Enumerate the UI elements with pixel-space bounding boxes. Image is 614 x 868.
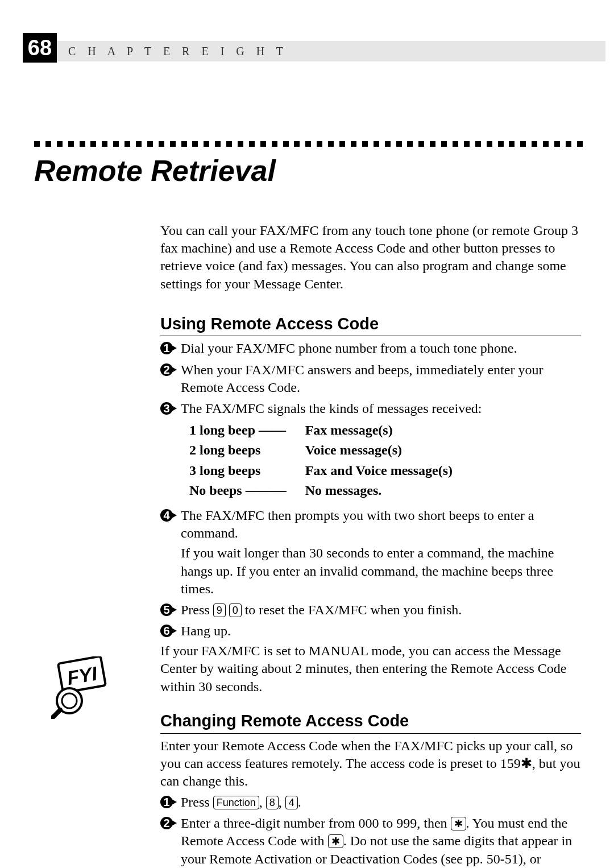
step-text: Hang up.: [181, 622, 581, 640]
section-heading-using: Using Remote Access Code: [160, 313, 581, 337]
step-text: The FAX/MFC signals the kinds of message…: [181, 400, 581, 503]
step-text: Enter a three-digit number from 000 to 9…: [181, 815, 581, 868]
chapter-label: C H A P T E R E I G H T: [68, 45, 288, 58]
step-text: Press 9 0 to reset the FAX/MFC when you …: [181, 601, 581, 619]
section-heading-changing: Changing Remote Access Code: [160, 710, 581, 734]
step-badge: 2: [160, 363, 173, 376]
svg-line-4: [52, 710, 60, 718]
step-badge: 5: [160, 604, 173, 616]
step-badge: 1: [160, 342, 173, 354]
step-badge: 1: [160, 796, 173, 808]
keycap-star: ✱: [451, 817, 466, 830]
keycap-function: Function: [213, 796, 259, 809]
fyi-note: If your FAX/MFC is set to MANUAL mode, y…: [160, 642, 581, 696]
step-badge: 3: [160, 402, 173, 415]
step-badge: 4: [160, 509, 173, 522]
intro-paragraph: You can call your FAX/MFC from any touch…: [160, 222, 581, 293]
keycap-8: 8: [266, 796, 279, 809]
step-badge: 6: [160, 625, 173, 637]
keycap-0: 0: [229, 604, 242, 617]
fyi-icon: FYI: [51, 656, 114, 719]
step-badge: 2: [160, 817, 173, 829]
page-title: Remote Retrieval: [34, 154, 276, 188]
step-text: Press Function, 8, 4.: [181, 793, 581, 811]
step-text: The FAX/MFC then prompts you with two sh…: [181, 507, 581, 598]
dotted-rule: [34, 141, 583, 147]
page-number: 68: [23, 33, 57, 63]
keycap-4: 4: [285, 796, 298, 809]
signal-table: 1 long beep ——Fax message(s) 2 long beep…: [188, 420, 471, 501]
keycap-9: 9: [213, 604, 226, 617]
section2-intro: Enter your Remote Access Code when the F…: [160, 737, 581, 791]
step-text: Dial your FAX/MFC phone number from a to…: [181, 340, 581, 357]
step-text: When your FAX/MFC answers and beeps, imm…: [181, 361, 581, 396]
keycap-star: ✱: [328, 834, 343, 848]
